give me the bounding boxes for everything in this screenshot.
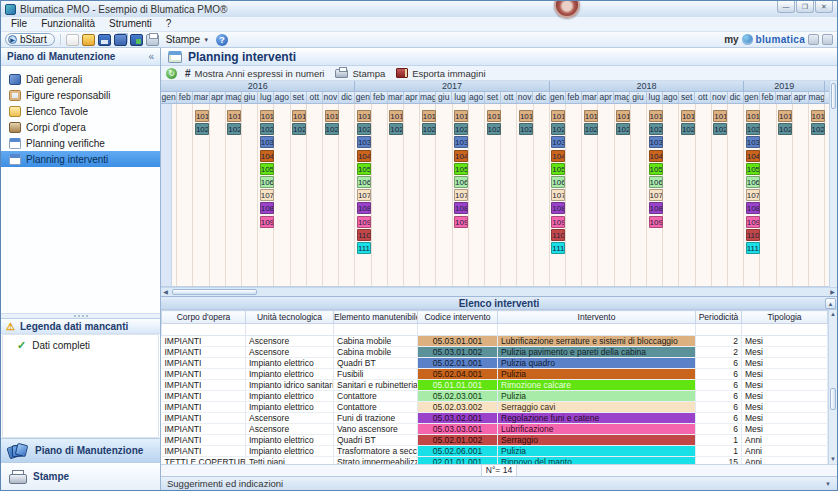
planning-cell-103[interactable]: 103	[649, 136, 663, 148]
table-row[interactable]: TETTI E COPERTURETetti pianiStrato imper…	[162, 457, 828, 465]
scroll-right-icon[interactable]: ▶	[828, 288, 837, 296]
bstart-button[interactable]: ▶ bStart	[5, 33, 55, 46]
planning-cell-102[interactable]: 102	[616, 123, 630, 135]
planning-cell-104[interactable]: 104	[746, 150, 760, 162]
planning-cell-102[interactable]: 102	[422, 123, 436, 135]
planning-cell-101[interactable]: 101	[389, 110, 403, 122]
planning-cell-105[interactable]: 105	[551, 163, 565, 175]
planning-cell-106[interactable]: 106	[649, 176, 663, 188]
planning-cell-105[interactable]: 105	[260, 163, 274, 175]
planning-cell-108[interactable]: 108	[357, 202, 371, 214]
planning-cell-102[interactable]: 102	[649, 123, 663, 135]
planning-cell-106[interactable]: 106	[357, 176, 371, 188]
table-row[interactable]: IMPIANTIImpianto elettricoFusibili05.02.…	[162, 369, 828, 380]
planning-cell-102[interactable]: 102	[454, 123, 468, 135]
panel-icon[interactable]	[822, 34, 833, 45]
planning-cell-110[interactable]: 110	[357, 229, 371, 241]
planning-cell-102[interactable]: 102	[389, 123, 403, 135]
planning-cell-111[interactable]: 111	[357, 242, 371, 254]
planning-cell-107[interactable]: 107	[551, 189, 565, 201]
planning-cell-108[interactable]: 108	[454, 202, 468, 214]
planning-cell-101[interactable]: 101	[681, 110, 695, 122]
table-row[interactable]: IMPIANTIImpianto idrico sanitarioSanitar…	[162, 380, 828, 391]
account-icon[interactable]	[808, 34, 819, 45]
planning-cell-103[interactable]: 103	[551, 136, 565, 148]
planning-cell-107[interactable]: 107	[746, 189, 760, 201]
planning-cell-111[interactable]: 111	[746, 242, 760, 254]
filter-cell[interactable]	[696, 324, 742, 336]
sidebar-item-planning-interventi[interactable]: Planning interventi	[1, 151, 160, 167]
scroll-left-icon[interactable]: ◀	[161, 288, 170, 296]
planning-cell-106[interactable]: 106	[260, 176, 274, 188]
planning-cell-104[interactable]: 104	[454, 150, 468, 162]
filter-cell[interactable]	[742, 324, 828, 336]
planning-cell-101[interactable]: 101	[584, 110, 598, 122]
column-header[interactable]: Intervento	[498, 311, 696, 324]
planning-cell-104[interactable]: 104	[357, 150, 371, 162]
planning-cell-101[interactable]: 101	[260, 110, 274, 122]
planning-cell-106[interactable]: 106	[551, 176, 565, 188]
nav-stampe[interactable]: Stampe	[1, 462, 160, 490]
refresh-icon[interactable]: ↻	[166, 68, 177, 79]
planning-cell-102[interactable]: 102	[325, 123, 339, 135]
sidebar-item-dati-generali[interactable]: Dati generali	[1, 71, 160, 87]
table-row[interactable]: IMPIANTIAscensoreCabina mobile05.03.01.0…	[162, 347, 828, 358]
filter-cell[interactable]	[246, 324, 334, 336]
menu-item-?[interactable]: ?	[159, 17, 179, 31]
planning-cell-106[interactable]: 106	[746, 176, 760, 188]
table-row[interactable]: IMPIANTIAscensoreCabina mobile05.03.01.0…	[162, 336, 828, 347]
planning-cell-102[interactable]: 102	[811, 123, 825, 135]
new-document-icon[interactable]	[66, 34, 79, 46]
stampe-dropdown[interactable]: Stampe ▼	[162, 33, 213, 47]
planning-cell-101[interactable]: 101	[811, 110, 825, 122]
planning-cell-107[interactable]: 107	[649, 189, 663, 201]
scroll-up-icon[interactable]: ▲	[829, 310, 837, 319]
planning-cell-102[interactable]: 102	[487, 123, 501, 135]
stampa-button[interactable]: Stampa	[332, 68, 388, 79]
table-vertical-scrollbar[interactable]: ▲ ▼	[828, 310, 837, 464]
planning-cell-101[interactable]: 101	[551, 110, 565, 122]
planning-cell-109[interactable]: 109	[746, 216, 760, 228]
planning-cell-102[interactable]: 102	[292, 123, 306, 135]
planning-cell-104[interactable]: 104	[260, 150, 274, 162]
planning-cell-101[interactable]: 101	[454, 110, 468, 122]
planning-cell-101[interactable]: 101	[357, 110, 371, 122]
planning-cell-104[interactable]: 104	[649, 150, 663, 162]
table-row[interactable]: IMPIANTIImpianto elettricoTrasformatore …	[162, 446, 828, 457]
menu-item-funzionalit[interactable]: Funzionalità	[34, 17, 102, 31]
column-header[interactable]: Tipologia	[742, 311, 828, 324]
menu-item-file[interactable]: File	[4, 17, 34, 31]
planning-cell-110[interactable]: 110	[551, 229, 565, 241]
scroll-down-icon[interactable]: ▼	[829, 455, 837, 464]
planning-cell-109[interactable]: 109	[649, 216, 663, 228]
open-folder-icon[interactable]	[82, 34, 95, 46]
show-years-numbers-button[interactable]: # Mostra Anni espressi in numeri	[182, 68, 327, 79]
sidebar-item-elenco-tavole[interactable]: Elenco Tavole	[1, 103, 160, 119]
planning-cell-103[interactable]: 103	[454, 136, 468, 148]
planning-cell-101[interactable]: 101	[746, 110, 760, 122]
planning-cell-101[interactable]: 101	[778, 110, 792, 122]
menu-item-strumenti[interactable]: Strumenti	[102, 17, 159, 31]
planning-cell-105[interactable]: 105	[357, 163, 371, 175]
planning-cell-105[interactable]: 105	[746, 163, 760, 175]
planning-cell-101[interactable]: 101	[649, 110, 663, 122]
planning-cell-102[interactable]: 102	[551, 123, 565, 135]
planning-cell-102[interactable]: 102	[195, 123, 209, 135]
table-row[interactable]: IMPIANTIImpianto elettricoQuadri BT05.02…	[162, 358, 828, 369]
planning-vertical-scrollbar[interactable]	[829, 81, 837, 287]
planning-grid[interactable]: 1011011011011011011011011011011011011011…	[161, 104, 837, 287]
planning-cell-102[interactable]: 102	[519, 123, 533, 135]
planning-cell-103[interactable]: 103	[260, 136, 274, 148]
planning-cell-104[interactable]: 104	[551, 150, 565, 162]
planning-cell-107[interactable]: 107	[260, 189, 274, 201]
planning-cell-101[interactable]: 101	[195, 110, 209, 122]
planning-cell-106[interactable]: 106	[454, 176, 468, 188]
planning-cell-102[interactable]: 102	[227, 123, 241, 135]
planning-horizontal-scrollbar[interactable]: ◀ ▶	[161, 287, 837, 296]
planning-cell-105[interactable]: 105	[649, 163, 663, 175]
planning-cell-101[interactable]: 101	[292, 110, 306, 122]
planning-cell-101[interactable]: 101	[422, 110, 436, 122]
planning-cell-109[interactable]: 109	[357, 216, 371, 228]
planning-cell-109[interactable]: 109	[260, 216, 274, 228]
save-icon[interactable]	[98, 34, 111, 46]
